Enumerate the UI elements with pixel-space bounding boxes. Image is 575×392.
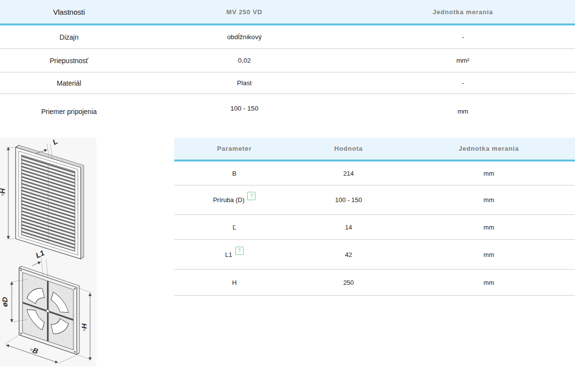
parameter-value: 250	[295, 270, 403, 295]
parameter-label: B	[232, 170, 237, 177]
property-value: Plast	[138, 72, 351, 93]
product-spec-page: Vlastnosti MV 250 VD Jednotka merania Di…	[0, 0, 575, 392]
property-label: Priepustnosť	[0, 49, 138, 72]
front-dim-height-label: ▫H	[0, 188, 6, 196]
parameter-label: Príruba (D)	[213, 196, 244, 204]
parameter-unit: mm	[403, 161, 575, 185]
parameter-label: H	[232, 279, 236, 286]
back-dim-width-label: ▫B	[29, 345, 39, 355]
parameter-value: 14	[295, 215, 403, 239]
help-icon[interactable]: ?	[247, 192, 255, 200]
parameter-unit: mm	[403, 185, 575, 214]
parameter-unit: mm	[403, 215, 575, 239]
parameter-value: 42	[295, 240, 403, 269]
property-value: 100 - 150	[138, 91, 351, 126]
properties-header-title: Vlastnosti	[0, 0, 138, 23]
parameter-label-cell: Ľ	[174, 215, 295, 239]
help-icon[interactable]: ?	[235, 247, 244, 255]
back-dim-height-label: ▫H	[80, 323, 88, 331]
property-label: Materiál	[0, 72, 138, 93]
property-label: Priemer pripojenia	[0, 94, 138, 129]
parameters-header-unit: Jednotka merania	[403, 138, 575, 160]
property-value: obdĺžnikový	[138, 25, 351, 48]
parameters-table-header: Parameter Hodnota Jednotka merania	[174, 138, 575, 161]
properties-header-model: MV 250 VD	[138, 0, 351, 23]
parameter-value: 214	[295, 161, 403, 185]
property-unit: -	[351, 72, 575, 93]
parameter-label-cell: Príruba (D) ?	[174, 185, 295, 214]
properties-table-row: Priemer pripojenia 100 - 150 mm	[0, 94, 575, 129]
parameters-header-parameter: Parameter	[174, 138, 295, 160]
property-label: Dizajn	[0, 25, 138, 48]
parameter-label-cell: L1 ?	[174, 240, 295, 269]
back-dim-diameter-label: øD	[0, 297, 9, 307]
parameter-value: 100 - 150	[295, 185, 403, 214]
front-dim-depth-label: L	[51, 138, 59, 146]
parameters-table-row: Príruba (D) ? 100 - 150 mm	[174, 185, 575, 215]
parameters-table-row: B 214 mm	[174, 161, 575, 185]
drawings-svg: ▫H L	[0, 138, 96, 367]
parameters-table: Parameter Hodnota Jednotka merania B 214…	[174, 138, 575, 296]
property-unit: mm²	[351, 49, 575, 72]
properties-header-unit: Jednotka merania	[351, 0, 575, 23]
parameter-unit: mm	[403, 270, 575, 295]
properties-table-header: Vlastnosti MV 250 VD Jednotka merania	[0, 0, 575, 25]
property-value: 0,02	[138, 49, 351, 72]
parameter-label: L1	[225, 251, 232, 258]
back-view-drawing: L1 øD ▫H ▫B	[0, 249, 92, 363]
property-unit: mm	[351, 94, 575, 129]
properties-table-body: Dizajn obdĺžnikový - Priepustnosť 0,02 m…	[0, 25, 575, 129]
parameter-label: Ľ	[232, 224, 236, 231]
parameter-unit: mm	[403, 240, 575, 269]
parameters-header-value: Hodnota	[295, 138, 403, 160]
back-dim-flange-depth-label: L1	[34, 249, 46, 260]
technical-drawings-panel: ▫H L	[0, 138, 96, 367]
properties-table-row: Priepustnosť 0,02 mm²	[0, 49, 575, 72]
parameters-table-row: H 250 mm	[174, 270, 575, 296]
properties-table-row: Dizajn obdĺžnikový -	[0, 25, 575, 49]
parameters-table-row: L1 ? 42 mm	[174, 240, 575, 270]
properties-table: Vlastnosti MV 250 VD Jednotka merania Di…	[0, 0, 575, 129]
front-view-drawing: ▫H L	[0, 138, 84, 260]
parameters-table-row: Ľ 14 mm	[174, 215, 575, 240]
parameters-table-body: B 214 mm Príruba (D) ? 100 - 150 mm Ľ 14…	[174, 161, 575, 296]
parameter-label-cell: H	[174, 270, 295, 295]
property-unit: -	[351, 25, 575, 48]
parameter-label-cell: B	[174, 161, 295, 185]
